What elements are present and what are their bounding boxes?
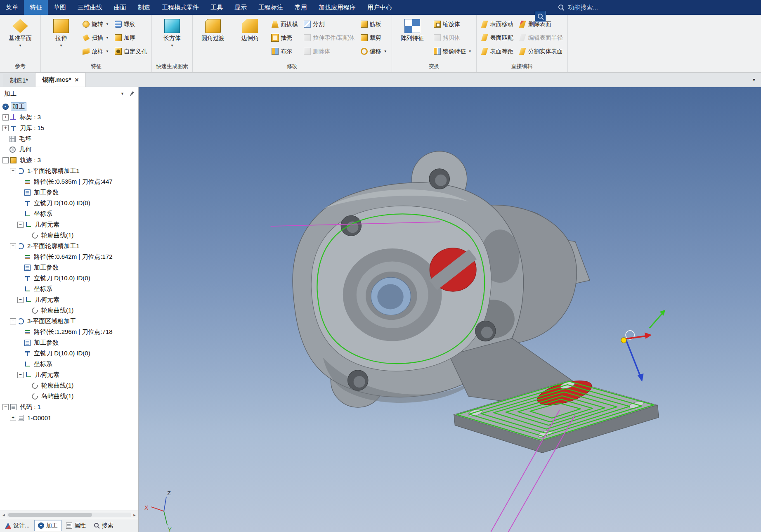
ribbon-button-trim[interactable]: 裁剪 — [359, 31, 389, 44]
tree-item-21[interactable]: 路径(长:1.296m | 刀位点:718 — [0, 326, 138, 337]
expander-minus-icon[interactable]: − — [2, 157, 9, 163]
bottom-tab-3[interactable]: 搜索 — [90, 520, 117, 531]
ribbon-button-datum-plane[interactable]: 基准平面▼ — [3, 16, 38, 47]
machine-triad[interactable] — [621, 310, 666, 382]
ribbon-button-revolve[interactable]: 旋转▼ — [81, 18, 111, 31]
ribbon-button-face-match[interactable]: 表面匹配 — [480, 31, 515, 44]
scroll-thumb[interactable] — [8, 513, 92, 517]
menu-item-10[interactable]: 常用 — [289, 0, 313, 15]
bottom-tab-2[interactable]: 属性 — [63, 520, 89, 531]
tree-item-2[interactable]: +刀库 : 15 — [0, 123, 138, 133]
tree-item-10[interactable]: 坐标系 — [0, 208, 138, 219]
expander-minus-icon[interactable]: − — [17, 222, 24, 228]
menu-item-2[interactable]: 草图 — [48, 0, 72, 15]
ribbon-button-face-split[interactable]: 分割实体表面 — [518, 45, 565, 58]
menu-item-7[interactable]: 工具 — [205, 0, 229, 15]
ribbon-button-mirror[interactable]: 镜像特征▼ — [432, 45, 473, 58]
ribbon-button-shell[interactable]: 抽壳 — [270, 31, 300, 44]
doc-tab-0[interactable]: 制造1* — [3, 74, 35, 87]
tree-item-25[interactable]: −几何元素 — [0, 369, 138, 380]
tree-item-24[interactable]: 坐标系 — [0, 359, 138, 369]
tree-item-9[interactable]: 立铣刀 D(10.0) ID(0) — [0, 198, 138, 208]
menu-item-4[interactable]: 曲面 — [108, 0, 132, 15]
menu-item-11[interactable]: 加载应用程序 — [313, 0, 362, 15]
tree-item-6[interactable]: −1-平面轮廓精加工1 — [0, 166, 138, 176]
expander-minus-icon[interactable]: − — [17, 372, 24, 378]
tabbar-dropdown-caret-icon[interactable]: ▼ — [752, 78, 756, 82]
expander-plus-icon[interactable]: + — [2, 125, 9, 131]
ribbon-button-scale[interactable]: 缩放体 — [432, 18, 473, 31]
scroll-track[interactable] — [7, 513, 131, 517]
tree-item-4[interactable]: 几何 — [0, 144, 138, 155]
ribbon-button-loft[interactable]: 放样▼ — [81, 45, 111, 58]
ribbon-button-offset[interactable]: 偏移▼ — [359, 45, 389, 58]
tree-item-19[interactable]: 轮廓曲线(1) — [0, 305, 138, 316]
ribbon-button-rib[interactable]: 筋板 — [359, 18, 389, 31]
ribbon-button-face-offset[interactable]: 表面等距 — [480, 45, 515, 58]
ribbon-button-extrude[interactable]: 拉伸▼ — [44, 16, 78, 47]
ribbon-button-split[interactable]: 分割 — [302, 18, 357, 31]
tree-item-20[interactable]: −3-平面区域粗加工 — [0, 316, 138, 326]
viewport-canvas[interactable]: X Z Y — [139, 87, 761, 532]
ribbon-button-sweep[interactable]: 扫描▼ — [81, 31, 111, 44]
tree-item-5[interactable]: −轨迹 : 3 — [0, 155, 138, 166]
tree-hscrollbar[interactable]: ◄ ► — [0, 511, 138, 519]
menu-item-12[interactable]: 用户中心 — [362, 0, 398, 15]
menu-item-0[interactable]: 菜单 — [0, 0, 24, 15]
tree-item-11[interactable]: −几何元素 — [0, 219, 138, 230]
expander-plus-icon[interactable]: + — [10, 415, 16, 421]
ribbon-button-thicken[interactable]: 加厚 — [113, 31, 149, 44]
expander-minus-icon[interactable]: − — [10, 318, 16, 324]
ribbon-button-box[interactable]: 长方体▼ — [155, 16, 189, 47]
tree-item-23[interactable]: 立铣刀 D(10.0) ID(0) — [0, 348, 138, 359]
expander-minus-icon[interactable]: − — [17, 297, 24, 303]
menu-item-9[interactable]: 工程标注 — [253, 0, 289, 15]
expander-minus-icon[interactable]: − — [10, 243, 16, 249]
ribbon-button-face-move[interactable]: 表面移动 — [480, 18, 515, 31]
ribbon-button-chamfer[interactable]: 边倒角 — [233, 16, 267, 42]
panel-dropdown-caret-icon[interactable]: ▼ — [121, 92, 124, 96]
tree-item-15[interactable]: 加工参数 — [0, 262, 138, 273]
menu-item-3[interactable]: 三维曲线 — [72, 0, 108, 15]
menu-item-6[interactable]: 工程模式零件 — [156, 0, 205, 15]
tree-item-12[interactable]: 轮廓曲线(1) — [0, 230, 138, 241]
expander-plus-icon[interactable]: + — [2, 114, 9, 121]
ribbon-button-delete-body[interactable]: 删除体 — [302, 45, 357, 58]
search-popup[interactable] — [535, 11, 546, 22]
ribbon-button-extrude-part[interactable]: 拉伸零件/装配体 — [302, 31, 357, 44]
tree-item-27[interactable]: 岛屿曲线(1) — [0, 391, 138, 402]
ribbon-button-pattern[interactable]: 阵列特征 — [395, 16, 430, 42]
tree-item-1[interactable]: +标架 : 3 — [0, 112, 138, 123]
tree-item-16[interactable]: 立铣刀 D(10.0) ID(0) — [0, 273, 138, 284]
tree-item-8[interactable]: 加工参数 — [0, 187, 138, 198]
close-icon[interactable]: × — [75, 77, 78, 83]
tree-item-17[interactable]: 坐标系 — [0, 284, 138, 294]
bottom-tab-1[interactable]: 加工 — [34, 520, 61, 531]
menu-item-1[interactable]: 特征 — [24, 0, 48, 15]
tree-item-7[interactable]: 路径(长:0.535m | 刀位点:447 — [0, 176, 138, 187]
ribbon-button-custom-hole[interactable]: 自定义孔 — [113, 45, 149, 58]
tree-item-29[interactable]: +1-O0001 — [0, 412, 138, 423]
tree-item-18[interactable]: −几何元素 — [0, 294, 138, 305]
scroll-left-arrow-icon[interactable]: ◄ — [1, 513, 7, 517]
doc-tab-1[interactable]: 锡南.mcs*× — [35, 73, 85, 87]
tree-item-26[interactable]: 轮廓曲线(1) — [0, 380, 138, 391]
triad-origin[interactable] — [621, 338, 626, 343]
menu-item-5[interactable]: 制造 — [132, 0, 156, 15]
viewport-3d[interactable]: X Z Y — [139, 87, 761, 532]
tree-item-0[interactable]: 加工 — [0, 101, 138, 112]
tree-item-14[interactable]: 路径(长:0.642m | 刀位点:172 — [0, 251, 138, 262]
tree-item-3[interactable]: 毛坯 — [0, 133, 138, 144]
expander-minus-icon[interactable]: − — [10, 168, 16, 174]
tree-item-28[interactable]: −代码 : 1 — [0, 402, 138, 412]
ribbon-button-face-radius[interactable]: 编辑表面半径 — [518, 31, 565, 44]
ribbon-button-thread[interactable]: 螺纹 — [113, 18, 149, 31]
red-face-housing[interactable] — [429, 248, 477, 291]
menu-item-8[interactable]: 显示 — [229, 0, 253, 15]
menubar-search[interactable]: 功能搜索... — [558, 0, 598, 15]
ribbon-button-draft[interactable]: 面拔模 — [270, 18, 300, 31]
ribbon-button-fillet[interactable]: 圆角过渡 — [196, 16, 230, 42]
bottom-tab-0[interactable]: 设计... — [2, 520, 33, 531]
pin-icon[interactable] — [128, 90, 135, 97]
scroll-right-arrow-icon[interactable]: ► — [132, 513, 137, 517]
